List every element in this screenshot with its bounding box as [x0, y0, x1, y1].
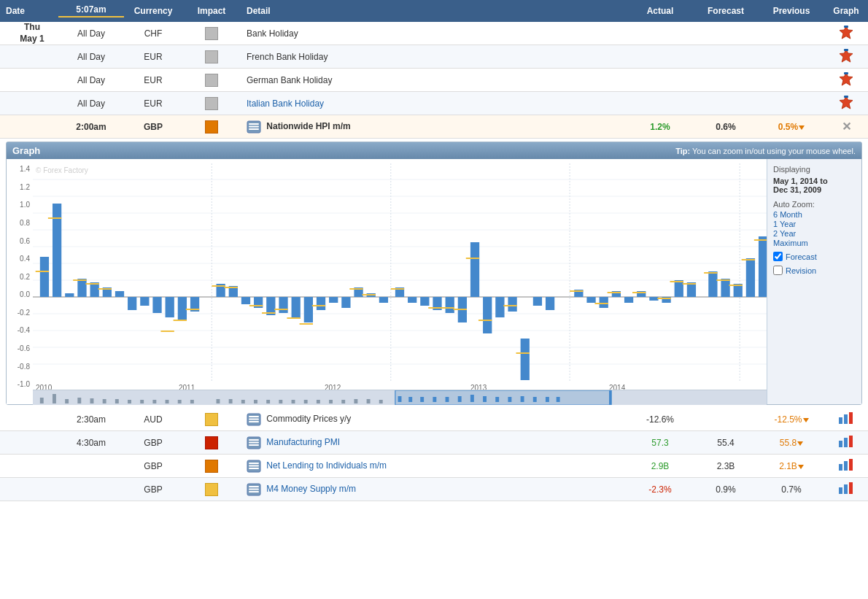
- row-forecast: 0.9%: [693, 484, 759, 495]
- chart-scrollbar[interactable]: [33, 390, 767, 404]
- svg-rect-33: [77, 279, 86, 297]
- svg-rect-107: [675, 280, 683, 297]
- display-from: May 1, 2014: [773, 177, 818, 185]
- header-date: Date: [0, 6, 58, 16]
- zoom-6month-link[interactable]: 6 Month: [773, 210, 856, 219]
- header-currency: Currency: [124, 6, 182, 16]
- svg-rect-72: [379, 297, 388, 303]
- row-impact: [182, 120, 241, 134]
- svg-rect-119: [759, 236, 767, 297]
- close-icon[interactable]: ✕: [842, 120, 851, 133]
- forecast-label[interactable]: Forecast: [786, 252, 817, 261]
- bar-chart-icon[interactable]: [837, 411, 855, 425]
- detail-icon: [247, 484, 266, 494]
- svg-rect-127: [103, 399, 106, 403]
- row-time: All Day: [58, 52, 124, 62]
- row-actual: 2.9B: [627, 461, 693, 471]
- header-previous: Previous: [759, 6, 824, 16]
- svg-rect-67: [341, 297, 350, 308]
- svg-rect-113: [708, 271, 717, 297]
- svg-rect-28: [40, 257, 49, 297]
- row-detail: Commodity Prices y/y: [241, 413, 627, 426]
- row-time: 2:00am: [58, 122, 124, 132]
- detail-icon: [247, 460, 266, 471]
- svg-rect-184: [844, 461, 848, 471]
- row-impact: [182, 50, 241, 63]
- display-dates: May 1, 2014 to Dec 31, 2009: [773, 177, 856, 194]
- bar-chart-icon[interactable]: [837, 435, 855, 448]
- table-row: GBP Net Lending to Individuals m/m 2.9B …: [0, 455, 868, 478]
- svg-rect-189: [249, 491, 259, 492]
- tip-label: Tip:: [675, 147, 690, 155]
- revision-label[interactable]: Revision: [786, 266, 816, 275]
- svg-rect-159: [508, 397, 511, 402]
- row-detail: M4 Money Supply m/m: [241, 483, 627, 496]
- row-detail: Italian Bank Holiday: [241, 98, 627, 109]
- svg-rect-137: [241, 400, 245, 403]
- svg-rect-178: [849, 436, 853, 447]
- svg-rect-162: [546, 397, 549, 402]
- svg-rect-136: [229, 399, 233, 403]
- revision-checkbox[interactable]: [773, 266, 783, 275]
- svg-rect-154: [446, 397, 449, 402]
- row-time: All Day: [58, 75, 124, 85]
- svg-rect-43: [166, 297, 174, 317]
- row-impact: [182, 460, 241, 473]
- mini-chart-nav: [33, 390, 767, 405]
- zoom-maximum-link[interactable]: Maximum: [773, 239, 856, 247]
- svg-rect-183: [839, 464, 842, 471]
- bar-chart-icon[interactable]: [837, 458, 855, 471]
- table-row: 4:30am GBP Manufacturing PMI 57.3 55.4 5…: [0, 431, 868, 455]
- chart-container[interactable]: 1.4 1.2 1.0 0.8 0.6 0.4 0.2 0.0 -0.2 -0.…: [7, 159, 767, 404]
- svg-rect-134: [190, 400, 194, 403]
- svg-rect-90: [521, 339, 530, 380]
- forecast-checkbox[interactable]: [773, 252, 783, 261]
- svg-rect-45: [178, 297, 187, 320]
- row-detail: French Bank Holiday: [241, 52, 627, 62]
- mini-chart: [33, 390, 767, 405]
- svg-rect-164: [609, 390, 612, 405]
- table-row: All Day EUR German Bank Holiday: [0, 69, 868, 92]
- svg-rect-161: [533, 397, 537, 402]
- svg-rect-11: [249, 128, 259, 130]
- svg-rect-146: [354, 399, 357, 403]
- row-graph: [824, 411, 868, 427]
- svg-rect-150: [398, 396, 402, 402]
- impact-icon-red: [205, 436, 218, 449]
- detail-icon: [247, 437, 266, 447]
- row-graph: [824, 435, 868, 450]
- svg-rect-139: [266, 400, 270, 403]
- svg-rect-151: [408, 397, 412, 402]
- row-detail: Net Lending to Individuals m/m: [241, 460, 627, 473]
- svg-rect-85: [483, 297, 492, 333]
- graph-body: 1.4 1.2 1.0 0.8 0.6 0.4 0.2 0.0 -0.2 -0.…: [7, 159, 861, 404]
- svg-rect-135: [217, 399, 220, 403]
- svg-rect-126: [90, 398, 94, 403]
- svg-rect-75: [408, 297, 416, 303]
- bar-chart-icon[interactable]: [837, 482, 855, 495]
- svg-rect-182: [249, 468, 259, 469]
- svg-rect-123: [53, 394, 56, 403]
- svg-rect-169: [839, 417, 842, 424]
- row-detail: German Bank Holiday: [241, 75, 627, 85]
- svg-rect-42: [152, 297, 161, 313]
- row-graph: [824, 94, 868, 112]
- zoom-2year-link[interactable]: 2 Year: [773, 229, 856, 238]
- impact-icon-yellow: [205, 483, 218, 496]
- graph-title: Graph: [12, 145, 40, 156]
- row-time: All Day: [58, 98, 124, 109]
- row-forecast: 0.6%: [693, 122, 759, 132]
- zoom-1year-link[interactable]: 1 Year: [773, 220, 856, 228]
- svg-rect-122: [40, 398, 44, 403]
- arrow-down-icon: [798, 465, 804, 469]
- row-date: ThuMay 1: [0, 22, 58, 45]
- chart-svg-container[interactable]: © Forex Factory: [33, 163, 767, 390]
- svg-rect-129: [128, 400, 131, 403]
- svg-rect-170: [844, 414, 848, 424]
- impact-icon-orange: [205, 120, 218, 134]
- svg-rect-7: [844, 96, 848, 98]
- row-forecast: 2.3B: [693, 461, 759, 471]
- svg-rect-160: [521, 396, 524, 402]
- table-row: GBP M4 Money Supply m/m -2.3% 0.9% 0.7%: [0, 478, 868, 501]
- row-forecast: 55.4: [693, 438, 759, 448]
